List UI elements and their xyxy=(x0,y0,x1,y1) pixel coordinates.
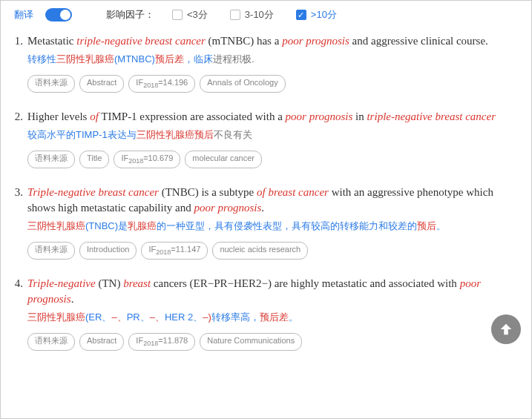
tag[interactable]: molecular cancer xyxy=(185,151,262,168)
item-number: 1. xyxy=(11,33,27,93)
tag[interactable]: Introduction xyxy=(79,242,137,260)
translate-label: 翻译 xyxy=(14,8,33,22)
scroll-top-button[interactable] xyxy=(491,314,521,344)
tag[interactable]: IF2018=11.147 xyxy=(141,242,208,260)
tag[interactable]: 语料来源 xyxy=(27,75,75,93)
filter-option-label: 3-10分 xyxy=(245,8,274,22)
filter-bar: 翻译 影响因子： <3分3-10分✓>10分 xyxy=(1,1,531,33)
tag-row: 语料来源AbstractIF2018=11.878Nature Communic… xyxy=(27,333,512,351)
english-text: Triple-negative breast cancer (TNBC) is … xyxy=(27,185,512,216)
translate-toggle[interactable] xyxy=(45,8,72,22)
chinese-text: 转移性三阴性乳腺癌(MTNBC)预后差，临床进程积极. xyxy=(27,52,512,67)
tag[interactable]: IF2018=14.196 xyxy=(128,75,195,93)
arrow-up-icon xyxy=(498,321,514,337)
tag-row: 语料来源AbstractIF2018=14.196Annals of Oncol… xyxy=(27,75,512,93)
checkbox[interactable] xyxy=(172,10,183,20)
tag[interactable]: Nature Communications xyxy=(200,333,302,351)
english-text: Higher levels of TIMP-1 expression are a… xyxy=(27,109,512,125)
list-item: 4.Triple-negative (TN) breast cancers (E… xyxy=(11,276,512,351)
tag[interactable]: 语料来源 xyxy=(27,333,75,351)
item-number: 3. xyxy=(11,185,27,260)
tag[interactable]: IF2018=10.679 xyxy=(114,151,180,168)
tag[interactable]: Abstract xyxy=(79,75,124,93)
tag[interactable]: 语料来源 xyxy=(27,242,75,260)
filter-option[interactable]: <3分 xyxy=(172,8,208,22)
chinese-text: 三阴性乳腺癌(ER、–、PR、–、HER 2、–)转移率高，预后差。 xyxy=(27,310,512,326)
tag[interactable]: nucleic acids research xyxy=(212,242,308,260)
english-text: Triple-negative (TN) breast cancers (ER−… xyxy=(27,276,512,307)
chinese-text: 三阴性乳腺癌(TNBC)是乳腺癌的一种亚型，具有侵袭性表型，具有较高的转移能力和… xyxy=(27,219,512,234)
filter-option-label: >10分 xyxy=(311,8,337,22)
filter-option[interactable]: ✓>10分 xyxy=(296,8,337,22)
filter-option-label: <3分 xyxy=(187,8,208,22)
result-list: 1.Metastatic triple-negative breast canc… xyxy=(1,33,531,351)
tag[interactable]: IF2018=11.878 xyxy=(128,333,195,351)
tag-row: 语料来源IntroductionIF2018=11.147nucleic aci… xyxy=(27,242,512,260)
tag[interactable]: Abstract xyxy=(79,333,124,351)
filter-option[interactable]: 3-10分 xyxy=(230,8,274,22)
chinese-text: 较高水平的TIMP-1表达与三阴性乳腺癌预后不良有关 xyxy=(27,128,512,143)
tag[interactable]: 语料来源 xyxy=(27,151,75,168)
checkbox[interactable]: ✓ xyxy=(296,10,306,20)
tag-row: 语料来源TitleIF2018=10.679molecular cancer xyxy=(27,151,512,168)
checkbox[interactable] xyxy=(230,10,240,20)
tag[interactable]: Annals of Oncology xyxy=(200,75,285,93)
list-item: 3.Triple-negative breast cancer (TNBC) i… xyxy=(11,185,512,260)
impact-factor-label: 影响因子： xyxy=(106,8,154,22)
item-number: 2. xyxy=(11,109,27,168)
list-item: 2.Higher levels of TIMP-1 expression are… xyxy=(11,109,512,168)
tag[interactable]: Title xyxy=(79,151,109,168)
list-item: 1.Metastatic triple-negative breast canc… xyxy=(11,33,512,93)
english-text: Metastatic triple-negative breast cancer… xyxy=(27,33,512,49)
item-number: 4. xyxy=(11,276,27,351)
